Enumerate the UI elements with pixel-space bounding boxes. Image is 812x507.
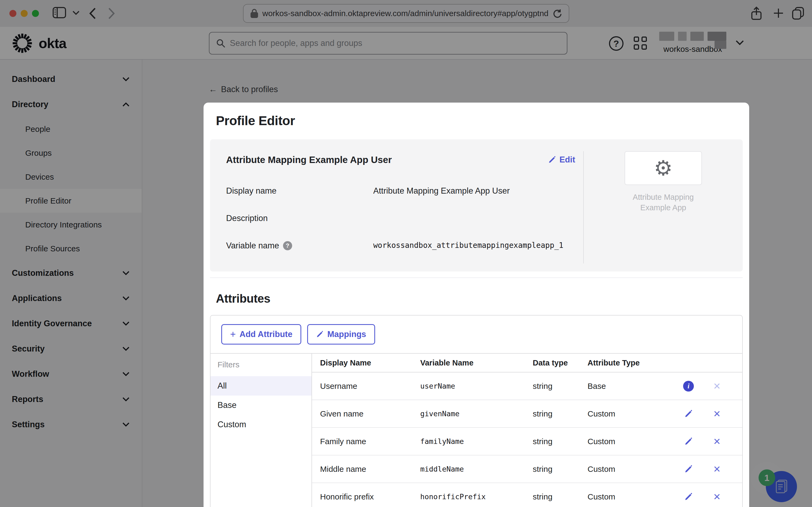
table-row: Family name familyName string Custom ✕ — [312, 428, 742, 455]
sidebar-item-profile-sources[interactable]: Profile Sources — [0, 237, 142, 261]
app-logo-tile: ⚙ — [625, 151, 702, 185]
chevron-down-icon — [122, 76, 130, 82]
okta-logo[interactable]: okta — [11, 32, 66, 54]
filter-option-base[interactable]: Base — [211, 396, 311, 415]
chevron-down-icon — [122, 397, 130, 402]
account-menu[interactable]: workos-sandbox — [659, 32, 727, 54]
table-row: Middle name middleName string Custom ✕ — [312, 455, 742, 483]
attributes-heading: Attributes — [216, 292, 749, 305]
field-label-display-name: Display name — [226, 186, 373, 196]
attributes-toolbar: + Add Attribute Mappings — [211, 316, 742, 354]
chevron-down-icon — [122, 346, 130, 351]
filters-label: Filters — [211, 360, 311, 369]
col-header-data-type: Data type — [525, 358, 579, 368]
sidebar-item-dashboard[interactable]: Dashboard — [0, 67, 142, 92]
new-tab-icon[interactable] — [772, 7, 785, 19]
page-title: Profile Editor — [216, 113, 749, 128]
sidebar-item-reports[interactable]: Reports — [0, 387, 142, 412]
remove-attribute-icon[interactable]: ✕ — [711, 380, 723, 392]
edit-attribute-icon[interactable] — [683, 491, 694, 503]
chevron-down-icon — [122, 422, 130, 427]
chevron-down-icon — [122, 321, 130, 326]
account-chevron-icon[interactable] — [735, 40, 744, 46]
okta-wordmark: okta — [39, 35, 66, 51]
sidebar-item-identity-governance[interactable]: Identity Governance — [0, 311, 142, 336]
sidebar-item-settings[interactable]: Settings — [0, 412, 142, 437]
sidebar-nav: Dashboard Directory People Groups Device… — [0, 60, 142, 507]
filter-option-all[interactable]: All — [211, 376, 311, 396]
edit-attribute-icon[interactable] — [683, 463, 694, 475]
pencil-icon — [548, 156, 556, 164]
field-label-description: Description — [226, 214, 373, 223]
share-icon[interactable] — [751, 6, 762, 20]
pencil-icon — [684, 437, 693, 446]
table-header-row: Display Name Variable Name Data type Att… — [312, 354, 742, 373]
plus-icon: + — [230, 330, 236, 339]
sidebar-item-devices[interactable]: Devices — [0, 165, 142, 189]
apps-grid-icon[interactable] — [634, 37, 647, 50]
edit-button[interactable]: Edit — [548, 155, 575, 165]
app-info-panel: Attribute Mapping Example App User Edit … — [210, 139, 743, 272]
mappings-button[interactable]: Mappings — [307, 324, 375, 344]
chevron-down-icon — [122, 372, 130, 377]
search-icon — [216, 39, 226, 48]
table-row: Honorific prefix honorificPrefix string … — [312, 483, 742, 507]
tab-overview-icon[interactable] — [792, 6, 805, 20]
search-input[interactable] — [230, 39, 561, 48]
document-icon — [774, 479, 789, 494]
info-icon[interactable]: i — [683, 380, 694, 392]
chevron-down-icon — [122, 296, 130, 301]
browser-chrome: workos-sandbox-admin.oktapreview.com/adm… — [0, 0, 812, 27]
attributes-table: Display Name Variable Name Data type Att… — [312, 354, 742, 507]
lock-icon — [250, 9, 258, 18]
field-value-variable-name: workossandbox_attributemappingexampleapp… — [373, 241, 586, 250]
sidebar-item-groups[interactable]: Groups — [0, 141, 142, 165]
sidebar-item-customizations[interactable]: Customizations — [0, 261, 142, 286]
back-arrow-icon: ← — [209, 84, 217, 94]
chevron-down-icon — [122, 270, 130, 276]
col-header-display-name: Display Name — [312, 358, 412, 368]
sidebar-item-applications[interactable]: Applications — [0, 286, 142, 311]
zoom-window-button[interactable] — [32, 10, 39, 17]
close-window-button[interactable] — [9, 10, 16, 17]
okta-sunburst-icon — [11, 32, 33, 54]
back-to-profiles-link[interactable]: ← Back to profiles — [209, 84, 278, 94]
remove-attribute-icon[interactable]: ✕ — [711, 491, 723, 503]
sidebar-item-security[interactable]: Security — [0, 336, 142, 361]
sidebar-item-profile-editor[interactable]: Profile Editor — [0, 189, 142, 213]
minimize-window-button[interactable] — [21, 10, 27, 17]
help-icon[interactable]: ? — [609, 36, 624, 51]
global-search[interactable] — [209, 32, 567, 55]
chevron-up-icon — [122, 102, 130, 107]
add-attribute-button[interactable]: + Add Attribute — [221, 324, 301, 344]
sidebar-item-directory[interactable]: Directory — [0, 92, 142, 117]
url-text: workos-sandbox-admin.oktapreview.com/adm… — [263, 9, 548, 18]
remove-attribute-icon[interactable]: ✕ — [711, 436, 723, 447]
window-controls[interactable] — [9, 10, 39, 17]
col-header-variable-name: Variable Name — [412, 358, 525, 368]
profile-editor-card: Profile Editor Attribute Mapping Example… — [204, 103, 749, 507]
sidebar-item-people[interactable]: People — [0, 117, 142, 141]
remove-attribute-icon[interactable]: ✕ — [711, 408, 723, 420]
redacted-username — [659, 32, 727, 43]
table-row: Given name givenName string Custom ✕ — [312, 400, 742, 428]
filter-option-custom[interactable]: Custom — [211, 415, 311, 434]
tab-group-chevron-icon[interactable] — [72, 10, 80, 15]
section-divider — [210, 277, 743, 278]
address-bar[interactable]: workos-sandbox-admin.oktapreview.com/adm… — [243, 4, 569, 23]
reload-icon[interactable] — [553, 9, 562, 18]
help-tooltip-icon[interactable]: ? — [283, 241, 292, 250]
edit-attribute-icon[interactable] — [683, 408, 694, 420]
forward-button[interactable] — [107, 7, 116, 20]
app-logo-zone: ⚙ Attribute Mapping Example App — [584, 151, 743, 213]
field-value-display-name: Attribute Mapping Example App User — [373, 186, 586, 196]
field-label-variable-name: Variable name ? — [226, 241, 373, 250]
remove-attribute-icon[interactable]: ✕ — [711, 463, 723, 475]
sidebar-toggle-icon[interactable] — [53, 7, 66, 18]
edit-attribute-icon[interactable] — [683, 436, 694, 447]
attributes-box: + Add Attribute Mappings Filters All Bas… — [210, 315, 743, 507]
gear-icon: ⚙ — [654, 158, 673, 179]
sidebar-item-workflow[interactable]: Workflow — [0, 361, 142, 387]
back-button[interactable] — [88, 7, 97, 20]
sidebar-item-directory-integrations[interactable]: Directory Integrations — [0, 213, 142, 237]
